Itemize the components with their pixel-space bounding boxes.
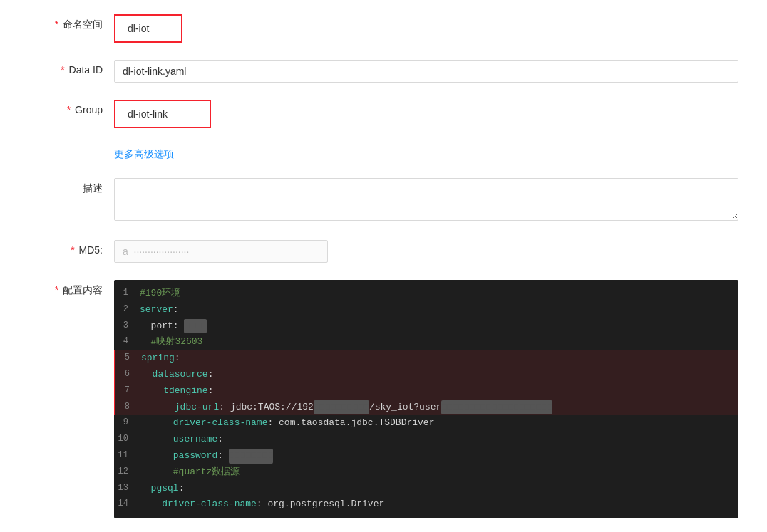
desc-label: 描述 [29,178,114,195]
md5-input-wrapper [114,240,738,263]
dataid-required: * [61,64,64,75]
group-row: * Group [29,100,738,128]
group-label: * Group [29,100,114,115]
code-line-6: 6 datasource: [114,367,738,383]
code-line-12: 12 #quartz数据源 [114,464,738,481]
dataid-label: * Data ID [29,60,114,75]
code-line-4: 4 #映射32603 [114,334,738,350]
group-input-wrapper [114,100,738,128]
code-line-3: 3 port: ■■■■ [114,318,738,335]
advanced-options-link[interactable]: 更多高级选项 [114,145,174,161]
namespace-highlight-box [114,14,182,43]
code-line-13: 13 pgsql: [114,481,738,497]
code-editor[interactable]: 1 #190环境 2 server: 3 port: ■■■■ 4 #映射326… [114,280,738,518]
group-highlight-box [114,100,211,128]
advanced-spacer [29,145,114,150]
dataid-row: * Data ID [29,60,738,83]
namespace-input-wrapper [114,14,738,43]
namespace-input[interactable] [120,17,177,40]
code-line-11: 11 password: ■■■■■■■■ [114,448,738,464]
config-editor-wrapper: 1 #190环境 2 server: 3 port: ■■■■ 4 #映射326… [114,280,738,518]
dataid-input-wrapper [114,60,738,83]
group-required: * [67,104,71,115]
namespace-row: * 命名空间 [29,14,738,43]
desc-row: 描述 [29,178,738,223]
md5-required: * [71,244,74,256]
config-label: * 配置内容 [29,280,114,297]
code-line-8: 8 jdbc-url: jdbc:TAOS://192■■■■■■■■■■/sk… [114,400,738,416]
config-required: * [55,284,58,296]
desc-textarea[interactable] [114,178,738,221]
md5-input[interactable] [114,240,328,263]
advanced-link-wrapper: 更多高级选项 [114,145,738,161]
code-line-10: 10 username: [114,432,738,448]
code-line-14: 14 driver-class-name: org.postgresql.Dri… [114,496,738,513]
code-line-2: 2 server: [114,302,738,318]
config-row: * 配置内容 1 #190环境 2 server: 3 port: ■■■■ [29,280,738,518]
dataid-input[interactable] [114,60,738,83]
advanced-row: 更多高级选项 [29,145,738,161]
md5-label: * MD5: [29,240,114,256]
code-line-5: 5 spring: [114,350,738,367]
md5-row: * MD5: [29,240,738,263]
namespace-label: * 命名空间 [29,14,114,31]
code-line-1: 1 #190环境 [114,286,738,302]
namespace-required: * [55,19,58,30]
group-input[interactable] [120,103,205,125]
code-line-9: 9 driver-class-name: com.taosdata.jdbc.T… [114,415,738,432]
code-line-7: 7 tdengine: [114,383,738,400]
desc-input-wrapper [114,178,738,223]
